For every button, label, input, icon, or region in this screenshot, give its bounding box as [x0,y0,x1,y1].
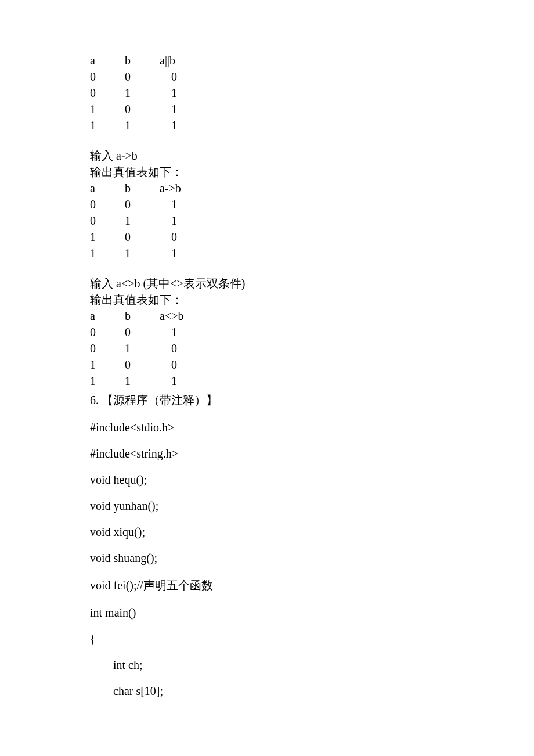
cell: 1 [90,357,125,373]
table-row: 0 1 1 [90,213,444,229]
cell: 1 [171,101,444,117]
col-op-header: a<>b [160,308,444,324]
cell: 1 [90,101,125,117]
col-op-header: a||b [160,52,444,69]
table-header: a b a->b [90,180,444,196]
cell: 1 [125,373,171,389]
cell: 1 [125,213,171,229]
cell: 1 [171,196,444,213]
table-header: a b a||b [90,52,444,69]
cell: 1 [90,229,125,245]
spacer [90,134,444,147]
cell: 0 [171,229,444,245]
table-row: 1 1 1 [90,117,444,134]
table-row: 1 0 0 [90,357,444,373]
table-row: 1 1 1 [90,373,444,389]
cell: 0 [171,357,444,373]
cell: 1 [171,85,444,101]
spacer [90,261,444,275]
col-a-header: a [90,52,125,69]
truth-table-implies: a b a->b 0 0 1 0 1 1 1 0 0 1 1 1 [90,180,444,261]
cell: 1 [171,245,444,261]
table-row: 1 1 1 [90,245,444,261]
code-line: #include<string.h> [90,447,444,460]
cell: 0 [125,229,171,245]
table-row: 0 0 0 [90,69,444,85]
col-b-header: b [125,308,160,324]
cell: 1 [125,117,171,134]
cell: 1 [171,373,444,389]
code-line: void hequ(); [90,473,444,487]
cell: 1 [90,117,125,134]
table-row: 0 0 1 [90,196,444,213]
code-line: int ch; [90,658,444,672]
cell: 0 [125,357,171,373]
code-line: int main() [90,606,444,620]
table-row: 1 0 1 [90,101,444,117]
cell: 0 [125,196,171,213]
cell: 0 [90,213,125,229]
col-b-header: b [125,180,160,196]
cell: 0 [125,101,171,117]
code-line: char s[10]; [90,685,444,698]
cell: 0 [90,340,125,357]
cell: 0 [125,69,171,85]
section-6-heading: 6. 【源程序（带注释）】 [90,393,444,408]
table-row: 0 0 1 [90,324,444,340]
col-a-header: a [90,180,125,196]
col-b-header: b [125,52,160,69]
col-op-header: a->b [160,180,444,196]
table-header: a b a<>b [90,308,444,324]
cell: 1 [171,324,444,340]
col-a-header: a [90,308,125,324]
cell: 0 [125,324,171,340]
output-label: 输出真值表如下： [90,291,444,308]
output-label: 输出真值表如下： [90,164,444,180]
code-line: #include<stdio.h> [90,421,444,434]
truth-table-or: a b a||b 0 0 0 0 1 1 1 0 1 1 1 1 [90,52,444,134]
cell: 0 [90,69,125,85]
document-page: a b a||b 0 0 0 0 1 1 1 0 1 1 1 1 输入 a->b… [0,0,534,756]
table-row: 0 1 1 [90,85,444,101]
cell: 1 [125,245,171,261]
input-implies-line: 输入 a->b [90,147,444,164]
code-line: void xiqu(); [90,525,444,539]
cell: 1 [125,85,171,101]
code-line: void shuang(); [90,552,444,565]
cell: 1 [171,117,444,134]
input-bicond-line: 输入 a<>b (其中<>表示双条件) [90,275,444,291]
table-row: 1 0 0 [90,229,444,245]
cell: 1 [90,245,125,261]
cell: 0 [90,85,125,101]
cell: 0 [90,196,125,213]
cell: 0 [171,340,444,357]
cell: 1 [125,340,171,357]
cell: 0 [90,324,125,340]
cell: 0 [171,69,444,85]
code-line: { [90,632,444,646]
source-code: #include<stdio.h> #include<string.h> voi… [90,421,444,698]
truth-table-bicond: a b a<>b 0 0 1 0 1 0 1 0 0 1 1 1 [90,308,444,389]
table-row: 0 1 0 [90,340,444,357]
cell: 1 [90,373,125,389]
cell: 1 [171,213,444,229]
code-line: void yunhan(); [90,499,444,513]
code-line: void fei();//声明五个函数 [90,578,444,593]
